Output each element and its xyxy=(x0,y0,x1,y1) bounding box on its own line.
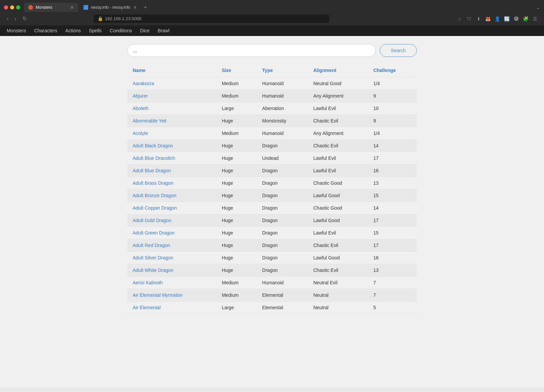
cell-type: Aberration xyxy=(257,102,308,115)
cell-alignment: Lawful Good xyxy=(308,214,368,227)
cell-name[interactable]: Aboleth xyxy=(127,102,216,115)
profile-icon[interactable]: 👤 xyxy=(494,15,501,22)
nav-spells[interactable]: Spells xyxy=(89,28,102,33)
cell-name[interactable]: Adult Green Dragon xyxy=(127,227,216,239)
nav-dice[interactable]: Dice xyxy=(140,28,149,33)
cell-challenge: 17 xyxy=(368,152,417,165)
tab-nessy[interactable]: nessy.info - nessy.info ✕ xyxy=(79,3,141,12)
table-row: Adult Bronze DragonHugeDragonLawful Good… xyxy=(127,189,417,202)
cell-type: Dragon xyxy=(257,227,308,239)
cell-name[interactable]: Abominable Yeti xyxy=(127,115,216,127)
cell-name[interactable]: Adult White Dragon xyxy=(127,264,216,277)
table-row: Abominable YetiHugeMonstrosityChaotic Ev… xyxy=(127,115,417,127)
cell-name[interactable]: Adult Brass Dragon xyxy=(127,177,216,189)
maximize-button[interactable] xyxy=(16,5,20,9)
cell-size: Huge xyxy=(216,227,257,239)
table-row: Adult Copper DragonHugeDragonChaotic Goo… xyxy=(127,202,417,214)
nav-actions[interactable]: Actions xyxy=(65,28,81,33)
col-header-alignment: Alignment xyxy=(308,64,368,77)
forward-button[interactable]: › xyxy=(13,14,18,23)
sync-icon[interactable]: 🔄 xyxy=(504,15,510,22)
new-tab-button[interactable]: + xyxy=(142,3,148,12)
tab-monsters[interactable]: Monsters ✕ xyxy=(24,3,78,12)
cell-size: Huge xyxy=(216,177,257,189)
cell-alignment: Chaotic Evil xyxy=(308,115,368,127)
browser-chrome: Monsters ✕ nessy.info - nessy.info ✕ + ⌄… xyxy=(0,0,544,25)
toolbar-icons: ☆ 🛡 ⬇ 🦊 👤 🔄 🅟 🧩 ☰ xyxy=(456,15,539,22)
table-header-row: Name Size Type Alignment Challenge xyxy=(127,64,417,77)
cell-alignment: Chaotic Good xyxy=(308,177,368,189)
search-input[interactable] xyxy=(127,44,376,57)
nav-brawl[interactable]: Brawl xyxy=(158,28,169,33)
cell-alignment: Neutral Good xyxy=(308,77,368,90)
monster-table-container: Name Size Type Alignment Challenge Aarak… xyxy=(121,64,423,314)
cell-challenge: 15 xyxy=(368,227,417,239)
cell-challenge: 10 xyxy=(368,102,417,115)
cell-name[interactable]: Acolyte xyxy=(127,127,216,140)
cell-type: Dragon xyxy=(257,252,308,264)
cell-name[interactable]: Adult Black Dragon xyxy=(127,140,216,152)
cell-name[interactable]: Aarakocra xyxy=(127,77,216,90)
search-button[interactable]: Search xyxy=(380,44,417,57)
cell-name[interactable]: Adult Bronze Dragon xyxy=(127,189,216,202)
cell-challenge: 14 xyxy=(368,202,417,214)
cell-name[interactable]: Adult Gold Dragon xyxy=(127,214,216,227)
cell-type: Monstrosity xyxy=(257,115,308,127)
table-row: Aerisi KalinothMediumHumanoidNeutral Evi… xyxy=(127,277,417,289)
pocket-icon[interactable]: 🅟 xyxy=(513,15,520,22)
cell-name[interactable]: Adult Silver Dragon xyxy=(127,252,216,264)
cell-type: Humanoid xyxy=(257,90,308,102)
cell-challenge: 7 xyxy=(368,277,417,289)
cell-name[interactable]: Adult Copper Dragon xyxy=(127,202,216,214)
firefox-icon[interactable]: 🦊 xyxy=(485,15,491,22)
shield-icon[interactable]: 🛡 xyxy=(466,15,473,22)
back-button[interactable]: ‹ xyxy=(5,14,10,23)
cell-name[interactable]: Abjurer xyxy=(127,90,216,102)
tab-close-nessy[interactable]: ✕ xyxy=(133,5,137,10)
cell-name[interactable]: Air Elemental xyxy=(127,301,216,314)
extensions-icon[interactable]: 🧩 xyxy=(522,15,529,22)
address-bar[interactable]: 🔒 192.168.1.23:5000 xyxy=(94,14,329,23)
cell-name[interactable]: Aerisi Kalinoth xyxy=(127,277,216,289)
table-row: AbjurerMediumHumanoidAny Alignment9 xyxy=(127,90,417,102)
address-text[interactable]: 192.168.1.23:5000 xyxy=(105,16,141,21)
menu-icon[interactable]: ☰ xyxy=(532,15,539,22)
close-button[interactable] xyxy=(4,5,8,9)
secure-icon: 🔒 xyxy=(98,16,103,21)
cell-size: Large xyxy=(216,102,257,115)
search-container: Search xyxy=(121,44,423,57)
table-row: Adult Gold DragonHugeDragonLawful Good17 xyxy=(127,214,417,227)
window-controls[interactable]: ⌄ xyxy=(536,5,540,10)
cell-name[interactable]: Adult Blue Dragon xyxy=(127,165,216,177)
nav-conditions[interactable]: Conditions xyxy=(110,28,132,33)
cell-alignment: Any Alignment xyxy=(308,127,368,140)
cell-type: Humanoid xyxy=(257,77,308,90)
tab-close-monsters[interactable]: ✕ xyxy=(70,5,74,10)
table-row: Adult Red DragonHugeDragonChaotic Evil17 xyxy=(127,239,417,252)
nav-characters[interactable]: Characters xyxy=(34,28,57,33)
minimize-button[interactable] xyxy=(10,5,14,9)
download-icon[interactable]: ⬇ xyxy=(475,15,482,22)
cell-name[interactable]: Adult Blue Dracolich xyxy=(127,152,216,165)
table-row: Adult Silver DragonHugeDragonLawful Good… xyxy=(127,252,417,264)
col-header-challenge: Challenge xyxy=(368,64,417,77)
reload-button[interactable]: ↻ xyxy=(21,14,28,23)
bookmark-icon[interactable]: ☆ xyxy=(456,15,463,22)
table-row: AbolethLargeAberrationLawful Evil10 xyxy=(127,102,417,115)
cell-challenge: 1/4 xyxy=(368,127,417,140)
table-row: Adult White DragonHugeDragonChaotic Evil… xyxy=(127,264,417,277)
cell-size: Huge xyxy=(216,252,257,264)
cell-challenge: 9 xyxy=(368,90,417,102)
cell-name[interactable]: Air Elemental Myrmidon xyxy=(127,289,216,301)
nav-monsters[interactable]: Monsters xyxy=(7,28,26,33)
cell-type: Dragon xyxy=(257,214,308,227)
table-row: Air Elemental MyrmidonMediumElementalNeu… xyxy=(127,289,417,301)
cell-alignment: Chaotic Evil xyxy=(308,264,368,277)
cell-alignment: Neutral xyxy=(308,301,368,314)
cell-size: Medium xyxy=(216,127,257,140)
cell-size: Huge xyxy=(216,140,257,152)
cell-alignment: Lawful Evil xyxy=(308,227,368,239)
cell-name[interactable]: Adult Red Dragon xyxy=(127,239,216,252)
cell-type: Dragon xyxy=(257,202,308,214)
cell-size: Medium xyxy=(216,77,257,90)
